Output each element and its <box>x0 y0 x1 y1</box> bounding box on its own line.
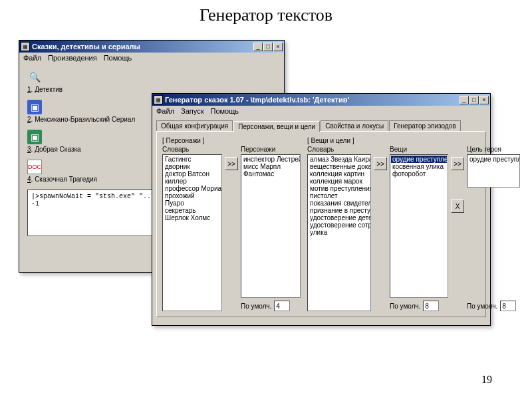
menu-help[interactable]: Помощь <box>210 107 239 115</box>
list-item[interactable]: мисс Марпл <box>242 163 299 170</box>
titlebar[interactable]: ▦ Генератор сказок 1.07 - \tmp\detektiv.… <box>152 94 490 106</box>
list-item[interactable]: показания свидетеля <box>309 200 370 207</box>
listbox-goal[interactable]: орудие преступления <box>467 154 520 188</box>
list-item[interactable]: Гастингс <box>164 156 221 163</box>
add-character-button[interactable]: >> <box>225 157 238 170</box>
window-title: Генератор сказок 1.07 - \tmp\detektiv.ts… <box>165 96 460 104</box>
menu-file[interactable]: Файл <box>23 54 41 62</box>
window-generator: ▦ Генератор сказок 1.07 - \tmp\detektiv.… <box>152 93 491 326</box>
shortcut-detective[interactable]: 🔍 1. Детектив <box>27 70 276 93</box>
list-item[interactable]: прохожий <box>164 192 221 200</box>
close-button[interactable]: × <box>273 43 283 51</box>
tab-panel: [ Персонажи ] Словарь Гастингсдворникдок… <box>156 131 486 317</box>
list-item[interactable]: алмаз Звезда Каира <box>309 156 370 163</box>
list-item[interactable]: секретарь <box>164 207 221 214</box>
listbox-characters-dict[interactable]: Гастингсдворникдоктор Ватсонкиллерпрофес… <box>162 154 222 311</box>
menu-run[interactable]: Запуск <box>181 107 203 115</box>
list-item[interactable]: вещественные доказательства <box>309 163 370 170</box>
list-item[interactable]: Фантомас <box>242 170 299 178</box>
minimize-button[interactable]: _ <box>253 43 263 51</box>
label-default: По умолч. <box>241 303 271 310</box>
list-item[interactable]: профессор Мориарти <box>164 185 221 192</box>
list-item[interactable]: киллер <box>164 178 221 185</box>
menubar: Файл Запуск Помощь <box>152 106 490 116</box>
list-item[interactable]: удостоверение детектива <box>309 214 370 221</box>
page-number: 19 <box>481 374 492 386</box>
menu-file[interactable]: Файл <box>156 107 174 115</box>
magnifier-icon: 🔍 <box>27 70 42 84</box>
titlebar[interactable]: ▦ Сказки, детективы и сериалы _ □ × <box>19 41 284 53</box>
list-item[interactable]: инспектор Лестрейд <box>242 156 299 163</box>
list-item[interactable]: признание в преступлении <box>309 207 370 214</box>
app-icon: ▦ <box>154 95 163 104</box>
default-goals-input[interactable] <box>500 301 516 311</box>
listbox-things[interactable]: орудие преступлениякосвенная уликафоторо… <box>390 154 448 298</box>
list-item[interactable]: дворник <box>164 163 221 170</box>
add-goal-button[interactable]: >> <box>451 157 464 170</box>
remove-goal-button[interactable]: X <box>451 200 464 213</box>
label-default: По умолч. <box>390 303 420 310</box>
minimize-button[interactable]: _ <box>460 96 469 104</box>
label-dict: Словарь <box>162 146 222 153</box>
tabs: Общая конфигурация Персонажи, вещи и цел… <box>152 116 490 131</box>
menu-works[interactable]: Произведения <box>48 54 97 62</box>
book-icon: ▣ <box>27 130 42 144</box>
list-item[interactable]: Пуаро <box>164 200 221 207</box>
maximize-button[interactable]: □ <box>263 43 273 51</box>
label-dict: Словарь <box>307 146 371 153</box>
list-item[interactable]: орудие преступления <box>391 156 447 163</box>
label-goal: Цель героя <box>467 146 520 153</box>
list-item[interactable]: улика <box>309 229 370 236</box>
maximize-button[interactable]: □ <box>469 96 479 104</box>
list-item[interactable]: фоторобот <box>391 170 447 178</box>
tab-config[interactable]: Общая конфигурация <box>156 120 233 131</box>
default-things-input[interactable] <box>423 301 439 311</box>
list-item[interactable]: орудие преступления <box>468 156 519 163</box>
tab-properties[interactable]: Свойства и локусы <box>321 120 388 131</box>
menu-help[interactable]: Помощь <box>104 54 132 62</box>
list-item[interactable]: косвенная улика <box>391 163 447 170</box>
group-things-label: [ Вещи и цели ] <box>307 137 371 144</box>
app-icon: ▦ <box>21 42 30 51</box>
list-item[interactable]: Шерлок Холмс <box>164 214 221 221</box>
add-thing-button[interactable]: >> <box>374 157 387 170</box>
tab-episodes[interactable]: Генератор эпизодов <box>389 120 460 131</box>
list-item[interactable]: мотив преступления <box>309 185 370 192</box>
book-icon: ▣ <box>27 100 42 114</box>
label-things: Вещи <box>390 146 448 153</box>
list-item[interactable]: коллекция марок <box>309 178 370 185</box>
slide-title: Генератор текстов <box>0 5 532 25</box>
window-title: Сказки, детективы и сериалы <box>32 43 253 51</box>
list-item[interactable]: коллекция картин <box>309 170 370 178</box>
listbox-things-dict[interactable]: алмаз Звезда Каиравещественные доказател… <box>307 154 371 311</box>
menubar: Файл Произведения Помощь <box>19 53 284 63</box>
group-characters-label: [ Персонажи ] <box>162 137 222 144</box>
close-button[interactable]: × <box>479 96 489 104</box>
list-item[interactable]: пистолет <box>309 192 370 200</box>
label-default: По умолч. <box>467 303 497 310</box>
label-characters: Персонажи <box>241 146 301 153</box>
tab-characters[interactable]: Персонажи, вещи и цели <box>233 121 320 132</box>
document-icon: DOC <box>27 160 42 174</box>
default-characters-input[interactable] <box>274 301 290 311</box>
list-item[interactable]: удостоверение сотрудника <box>309 221 370 229</box>
list-item[interactable]: доктор Ватсон <box>164 170 221 178</box>
listbox-characters[interactable]: инспектор Лестрейдмисс МарплФантомас <box>241 154 301 298</box>
